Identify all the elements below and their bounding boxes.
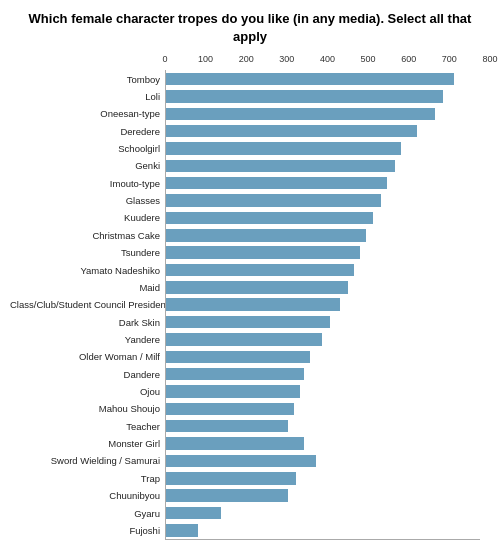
bar-row: Deredere [10, 122, 490, 139]
bar-row: Tomboy [10, 70, 490, 87]
bar-fill [166, 194, 381, 206]
x-axis-top: 0100200300400500600700800 [165, 54, 480, 68]
bar-track [165, 383, 490, 400]
bar-track [165, 88, 490, 105]
bar-label: Dark Skin [10, 317, 165, 328]
bar-row: Christmas Cake [10, 227, 490, 244]
bar-label: Trap [10, 473, 165, 484]
bar-row: Schoolgirl [10, 140, 490, 157]
bar-label: Kuudere [10, 212, 165, 223]
bar-fill [166, 385, 300, 397]
bar-row: Teacher [10, 418, 490, 435]
bar-fill [166, 160, 395, 172]
bar-track [165, 470, 490, 487]
bar-track [165, 331, 490, 348]
bar-track [165, 105, 490, 122]
bar-fill [166, 420, 288, 432]
bar-label: Loli [10, 91, 165, 102]
bar-fill [166, 73, 454, 85]
bar-fill [166, 333, 322, 345]
bar-fill [166, 90, 443, 102]
bar-label: Teacher [10, 421, 165, 432]
bar-row: Maid [10, 279, 490, 296]
bar-track [165, 140, 490, 157]
bar-label: Chuunibyou [10, 490, 165, 501]
bar-label: Tomboy [10, 74, 165, 85]
bar-fill [166, 316, 330, 328]
bar-fill [166, 524, 198, 536]
bar-label: Ojou [10, 386, 165, 397]
bar-track [165, 279, 490, 296]
x-tick-100: 100 [198, 54, 213, 64]
bar-fill [166, 368, 304, 380]
bar-track [165, 192, 490, 209]
bar-label: Class/Club/Student Council President [10, 299, 165, 310]
bar-track [165, 261, 490, 278]
bar-row: Class/Club/Student Council President [10, 296, 490, 313]
bar-fill [166, 351, 310, 363]
x-tick-0: 0 [162, 54, 167, 64]
x-tick-300: 300 [279, 54, 294, 64]
bar-fill [166, 212, 373, 224]
bar-track [165, 209, 490, 226]
bar-label: Christmas Cake [10, 230, 165, 241]
bar-fill [166, 507, 221, 519]
bar-row: Yandere [10, 331, 490, 348]
chart-container: Which female character tropes do you lik… [0, 0, 500, 550]
bar-fill [166, 281, 348, 293]
bar-label: Tsundere [10, 247, 165, 258]
bar-fill [166, 264, 354, 276]
x-tick-600: 600 [401, 54, 416, 64]
x-axis-line [165, 539, 480, 540]
rows-area: TomboyLoliOneesan-typeDeredereSchoolgirl… [10, 70, 490, 539]
bar-row: Oneesan-type [10, 105, 490, 122]
bar-track [165, 313, 490, 330]
bar-fill [166, 298, 340, 310]
bar-track [165, 296, 490, 313]
bar-label: Glasses [10, 195, 165, 206]
bar-track [165, 522, 490, 539]
bar-row: Ojou [10, 383, 490, 400]
bar-row: Yamato Nadeshiko [10, 261, 490, 278]
bar-row: Gyaru [10, 504, 490, 521]
bar-fill [166, 489, 288, 501]
bar-row: Sword Wielding / Samurai [10, 452, 490, 469]
x-tick-500: 500 [361, 54, 376, 64]
bar-label: Gyaru [10, 508, 165, 519]
bar-track [165, 227, 490, 244]
bar-track [165, 487, 490, 504]
bar-fill [166, 437, 304, 449]
bar-track [165, 452, 490, 469]
bar-fill [166, 142, 401, 154]
bar-fill [166, 246, 360, 258]
bar-label: Dandere [10, 369, 165, 380]
bar-row: Chuunibyou [10, 487, 490, 504]
bar-label: Imouto-type [10, 178, 165, 189]
bar-row: Monster Girl [10, 435, 490, 452]
bar-track [165, 348, 490, 365]
bar-row: Loli [10, 88, 490, 105]
bar-row: Genki [10, 157, 490, 174]
bar-row: Mahou Shoujo [10, 400, 490, 417]
bar-track [165, 122, 490, 139]
bar-row: Glasses [10, 192, 490, 209]
x-tick-200: 200 [239, 54, 254, 64]
bar-label: Older Woman / Milf [10, 351, 165, 362]
bar-row: Fujoshi [10, 522, 490, 539]
x-tick-700: 700 [442, 54, 457, 64]
bar-label: Sword Wielding / Samurai [10, 455, 165, 466]
bar-fill [166, 125, 417, 137]
x-tick-400: 400 [320, 54, 335, 64]
bar-label: Maid [10, 282, 165, 293]
x-tick-800: 800 [482, 54, 497, 64]
bar-fill [166, 455, 316, 467]
bar-label: Fujoshi [10, 525, 165, 536]
bar-label: Mahou Shoujo [10, 403, 165, 414]
bar-fill [166, 108, 435, 120]
bar-label: Yandere [10, 334, 165, 345]
bar-track [165, 418, 490, 435]
bar-label: Genki [10, 160, 165, 171]
bar-row: Tsundere [10, 244, 490, 261]
bar-row: Dandere [10, 365, 490, 382]
bar-label: Monster Girl [10, 438, 165, 449]
